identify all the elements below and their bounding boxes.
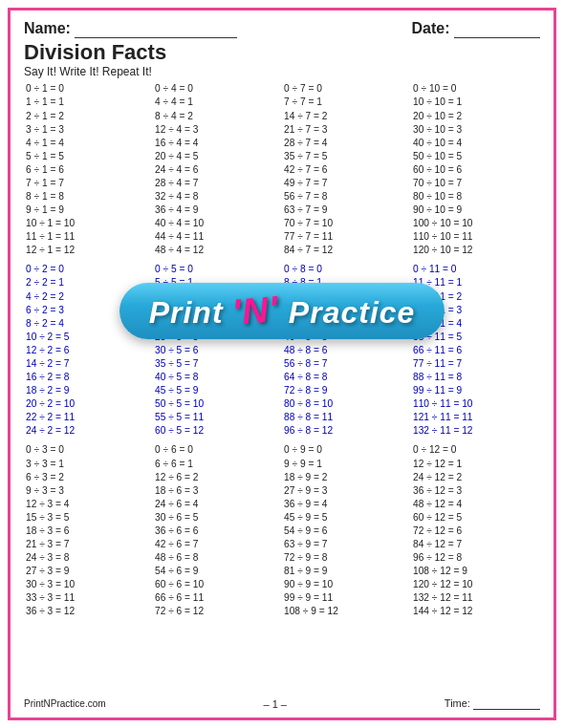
fact-item: 60 ÷ 10 = 6 — [413, 163, 538, 177]
fact-item: 55 ÷ 5 = 11 — [155, 411, 280, 424]
col-1-4: 0 ÷ 10 = 010 ÷ 10 = 120 ÷ 10 = 230 ÷ 10 … — [411, 82, 540, 257]
fact-item: 30 ÷ 6 = 5 — [155, 511, 280, 525]
fact-item: 81 ÷ 9 = 9 — [284, 565, 409, 578]
fact-item: 0 ÷ 11 = 0 — [413, 263, 538, 276]
fact-item: 54 ÷ 9 = 6 — [284, 525, 409, 538]
fact-item: 80 ÷ 10 = 8 — [413, 190, 538, 203]
fact-item: 9 ÷ 9 = 1 — [284, 458, 409, 471]
fact-item: 44 ÷ 4 = 11 — [155, 230, 280, 244]
fact-item: 48 ÷ 4 = 12 — [155, 244, 280, 257]
col-3-4: 0 ÷ 12 = 012 ÷ 12 = 124 ÷ 12 = 236 ÷ 12 … — [411, 443, 540, 618]
fact-item: 144 ÷ 12 = 12 — [413, 605, 538, 618]
fact-item: 121 ÷ 11 = 11 — [413, 411, 538, 424]
fact-item: 12 ÷ 1 = 12 — [26, 244, 151, 257]
fact-item: 63 ÷ 7 = 9 — [284, 203, 409, 217]
fact-item: 30 ÷ 3 = 10 — [26, 578, 151, 591]
fact-item: 63 ÷ 9 = 7 — [284, 538, 409, 551]
fact-item: 36 ÷ 6 = 6 — [155, 525, 280, 538]
fact-item: 22 ÷ 2 = 11 — [26, 411, 151, 424]
fact-item: 90 ÷ 10 = 9 — [413, 203, 538, 217]
footer-website: PrintNPractice.com — [24, 698, 106, 709]
fact-item: 84 ÷ 12 = 7 — [413, 538, 538, 551]
col-1-1: 0 ÷ 1 = 01 ÷ 1 = 12 ÷ 1 = 23 ÷ 1 = 34 ÷ … — [24, 82, 153, 257]
fact-item: 27 ÷ 3 = 9 — [26, 565, 151, 578]
fact-item: 24 ÷ 6 = 4 — [155, 498, 280, 511]
fact-item: 28 ÷ 7 = 4 — [284, 137, 409, 150]
page-subtitle: Say It! Write It! Repeat It! — [24, 65, 540, 78]
fact-item: 10 ÷ 10 = 1 — [413, 96, 538, 109]
brand-badge: Print 'N' Practice — [119, 283, 445, 339]
fact-item: 15 ÷ 3 = 5 — [26, 511, 151, 525]
fact-item: 66 ÷ 11 = 6 — [413, 344, 538, 357]
fact-item: 0 ÷ 2 = 0 — [26, 263, 151, 276]
fact-item: 0 ÷ 7 = 0 — [284, 82, 409, 96]
fact-item: 110 ÷ 11 = 10 — [413, 397, 538, 411]
fact-item: 0 ÷ 10 = 0 — [413, 82, 538, 96]
fact-item: 99 ÷ 9 = 11 — [284, 591, 409, 605]
fact-item: 0 ÷ 5 = 0 — [155, 263, 280, 276]
fact-item: 24 ÷ 3 = 8 — [26, 551, 151, 565]
fact-item: 56 ÷ 7 = 8 — [284, 190, 409, 203]
footer-page: – 1 – — [263, 698, 286, 710]
fact-item: 24 ÷ 4 = 6 — [155, 163, 280, 177]
fact-item: 28 ÷ 4 = 7 — [155, 177, 280, 190]
fact-item: 33 ÷ 3 = 11 — [26, 591, 151, 605]
fact-item: 64 ÷ 8 = 8 — [284, 371, 409, 384]
fact-item: 24 ÷ 12 = 2 — [413, 471, 538, 484]
fact-item: 132 ÷ 12 = 11 — [413, 591, 538, 605]
fact-item: 48 ÷ 12 = 4 — [413, 498, 538, 511]
fact-item: 100 ÷ 10 = 10 — [413, 217, 538, 230]
fact-item: 12 ÷ 6 = 2 — [155, 471, 280, 484]
col-1-2: 0 ÷ 4 = 04 ÷ 4 = 18 ÷ 4 = 212 ÷ 4 = 316 … — [153, 82, 282, 257]
fact-item: 132 ÷ 11 = 12 — [413, 424, 538, 438]
fact-item: 6 ÷ 3 = 2 — [26, 471, 151, 484]
fact-item: 9 ÷ 3 = 3 — [26, 484, 151, 498]
fact-item: 36 ÷ 4 = 9 — [155, 203, 280, 217]
fact-item: 72 ÷ 6 = 12 — [155, 605, 280, 618]
fact-item: 16 ÷ 2 = 8 — [26, 371, 151, 384]
fact-item: 6 ÷ 1 = 6 — [26, 163, 151, 177]
fact-item: 20 ÷ 4 = 5 — [155, 150, 280, 163]
fact-item: 18 ÷ 3 = 6 — [26, 525, 151, 538]
fact-item: 0 ÷ 3 = 0 — [26, 443, 151, 457]
fact-item: 36 ÷ 3 = 12 — [26, 605, 151, 618]
fact-item: 110 ÷ 10 = 11 — [413, 230, 538, 244]
fact-item: 42 ÷ 7 = 6 — [284, 163, 409, 177]
fact-item: 60 ÷ 6 = 10 — [155, 578, 280, 591]
fact-item: 60 ÷ 5 = 12 — [155, 424, 280, 438]
fact-item: 10 ÷ 1 = 10 — [26, 217, 151, 230]
fact-item: 30 ÷ 10 = 3 — [413, 123, 538, 137]
fact-item: 99 ÷ 11 = 9 — [413, 384, 538, 397]
date-field: Date: — [412, 20, 540, 38]
fact-item: 54 ÷ 6 = 9 — [155, 565, 280, 578]
fact-item: 12 ÷ 4 = 3 — [155, 123, 280, 137]
fact-item: 7 ÷ 7 = 1 — [284, 96, 409, 109]
fact-item: 24 ÷ 2 = 12 — [26, 424, 151, 438]
name-label: Name: — [24, 20, 71, 36]
fact-item: 40 ÷ 4 = 10 — [155, 217, 280, 230]
fact-item: 36 ÷ 9 = 4 — [284, 498, 409, 511]
fact-item: 32 ÷ 4 = 8 — [155, 190, 280, 203]
section-3: 0 ÷ 3 = 03 ÷ 3 = 16 ÷ 3 = 29 ÷ 3 = 312 ÷… — [24, 443, 540, 618]
fact-item: 45 ÷ 9 = 5 — [284, 511, 409, 525]
fact-item: 56 ÷ 8 = 7 — [284, 357, 409, 371]
fact-item: 18 ÷ 6 = 3 — [155, 484, 280, 498]
fact-item: 3 ÷ 3 = 1 — [26, 458, 151, 471]
fact-item: 88 ÷ 8 = 11 — [284, 411, 409, 424]
fact-item: 16 ÷ 4 = 4 — [155, 137, 280, 150]
fact-item: 9 ÷ 1 = 9 — [26, 203, 151, 217]
fact-item: 77 ÷ 11 = 7 — [413, 357, 538, 371]
fact-item: 0 ÷ 9 = 0 — [284, 443, 409, 457]
fact-item: 12 ÷ 3 = 4 — [26, 498, 151, 511]
fact-item: 48 ÷ 6 = 8 — [155, 551, 280, 565]
fact-item: 0 ÷ 12 = 0 — [413, 443, 538, 457]
fact-item: 3 ÷ 1 = 3 — [26, 123, 151, 137]
col-1-3: 0 ÷ 7 = 07 ÷ 7 = 114 ÷ 7 = 221 ÷ 7 = 328… — [282, 82, 411, 257]
badge-text: Print 'N' Practice — [149, 295, 416, 330]
fact-item: 42 ÷ 6 = 7 — [155, 538, 280, 551]
fact-item: 96 ÷ 8 = 12 — [284, 424, 409, 438]
fact-item: 120 ÷ 10 = 12 — [413, 244, 538, 257]
fact-item: 49 ÷ 7 = 7 — [284, 177, 409, 190]
col-3-3: 0 ÷ 9 = 09 ÷ 9 = 118 ÷ 9 = 227 ÷ 9 = 336… — [282, 443, 411, 618]
fact-item: 0 ÷ 4 = 0 — [155, 82, 280, 96]
